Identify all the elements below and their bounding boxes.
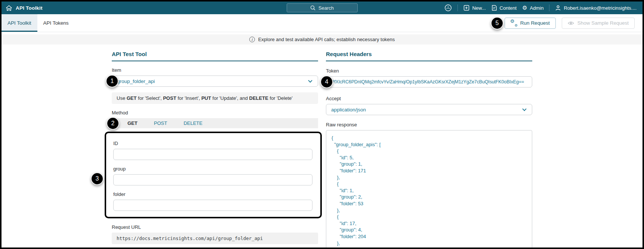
content-menu[interactable]: Content (492, 5, 517, 11)
code-line: "group": 2, (332, 194, 527, 200)
method-post-tab[interactable]: POST (154, 120, 167, 126)
request-headers-panel: Request Headers Token 4 PfXIcRC6PDnIQMq2… (326, 51, 532, 249)
method-tabs: 2 GET POST DELETE (112, 118, 318, 128)
show-sample-request-button[interactable]: Show Sample Request (562, 18, 635, 29)
api-test-tool-panel: API Test Tool Item 1 group_folder_api Us… (112, 51, 318, 249)
panel-heading: API Test Tool (112, 51, 318, 61)
method-label: Method (112, 110, 318, 116)
screen-mode-icon[interactable] (444, 4, 452, 12)
eye-icon (568, 21, 574, 25)
chevron-down-icon (522, 107, 526, 111)
code-line: { (332, 135, 527, 141)
accept-select[interactable]: application/json (326, 104, 532, 115)
callout-4: 4 (320, 76, 333, 88)
new-menu[interactable]: New... (463, 5, 486, 11)
tab-bar: API Toolkit API Tokens 5 ⚙ ⚙ Run Request… (1, 14, 643, 32)
top-navbar: API Toolkit Search New... (1, 1, 643, 14)
app-title: API Toolkit (16, 5, 43, 11)
chevron-down-icon (308, 79, 312, 83)
code-line: "group": 1, (332, 161, 527, 167)
run-request-button[interactable]: ⚙ ⚙ Run Request (505, 18, 556, 29)
home-icon[interactable] (6, 5, 12, 11)
callout-3: 3 (91, 172, 104, 185)
code-line: "id": 17, (332, 220, 527, 227)
request-url-label: Request URL (112, 224, 318, 230)
code-line: { (332, 213, 527, 220)
folder-field-label: folder (113, 191, 312, 197)
method-get-tab[interactable]: GET (127, 120, 138, 126)
gears-icon: ⚙ ⚙ (511, 20, 517, 26)
method-usage-note: Use GET for 'Select', POST for 'Insert',… (112, 92, 318, 104)
method-delete-tab[interactable]: DELETE (184, 120, 203, 126)
code-line: "id": 1, (332, 187, 527, 194)
code-line: "folder": 171 (332, 167, 527, 174)
item-select[interactable]: 1 group_folder_api (112, 76, 318, 87)
show-sample-request-label: Show Sample Request (577, 20, 629, 26)
admin-menu-label: Admin (530, 5, 544, 11)
accept-label: Accept (326, 96, 532, 101)
user-email: Robert.isaenko@metricinsights.... (564, 5, 637, 11)
panel-heading: Request Headers (326, 51, 532, 61)
code-line: "folder": 204 (332, 233, 527, 240)
gear-icon: ⚙ (522, 5, 527, 11)
item-label: Item (112, 67, 318, 73)
content-menu-label: Content (500, 5, 517, 11)
code-line: }, (332, 240, 527, 247)
new-menu-label: New... (472, 5, 486, 11)
group-field-label: group (113, 166, 312, 172)
code-line: { (332, 181, 527, 187)
admin-menu[interactable]: ⚙ Admin (522, 5, 543, 11)
code-line: "group_folder_apis": [ (332, 141, 527, 148)
info-banner: i Explore and test available API calls; … (1, 34, 643, 44)
id-field-label: ID (113, 141, 312, 146)
code-line: "folder": 53 (332, 200, 527, 207)
nav-divider (457, 4, 458, 11)
run-request-label: Run Request (520, 20, 550, 26)
item-value: group_folder_api (117, 79, 155, 84)
token-input[interactable]: 4 PfXIcRC6PDnIQMq2mfcvYv/ZaHmq/Op1yIbSKa… (326, 76, 532, 87)
tab-api-tokens-label: API Tokens (43, 20, 69, 26)
search-placeholder: Search (318, 5, 334, 11)
search-icon (310, 5, 315, 10)
code-line: }, (332, 207, 527, 214)
nav-divider (549, 4, 549, 11)
plus-square-icon (463, 5, 469, 11)
tab-api-tokens[interactable]: API Tokens (37, 14, 75, 32)
folder-field[interactable] (113, 200, 312, 211)
token-label: Token (326, 68, 532, 74)
user-menu[interactable]: Robert.isaenko@metricinsights.... (555, 5, 637, 11)
id-field[interactable] (113, 149, 312, 160)
code-line: "id": 5, (332, 154, 527, 161)
code-line: "group": 4, (332, 227, 527, 233)
search-input[interactable]: Search (287, 3, 358, 12)
group-field[interactable] (113, 174, 312, 185)
raw-response-label: Raw response (326, 122, 532, 127)
main-content: API Test Tool Item 1 group_folder_api Us… (112, 51, 532, 249)
raw-response-output[interactable]: { "group_folder_apis": [ { "id": 5, "gro… (326, 130, 532, 249)
code-line: { (332, 148, 527, 154)
info-icon: i (249, 37, 255, 42)
tab-api-toolkit[interactable]: API Toolkit (1, 14, 37, 32)
callout-2: 2 (107, 117, 119, 130)
document-icon (492, 5, 497, 11)
code-line: { (332, 246, 527, 249)
person-icon (555, 5, 561, 11)
app-window: API Toolkit Search New... (0, 0, 644, 249)
annotation-box: 3 ID group folder (105, 132, 322, 218)
request-url-value: https://docs.metricinsights.com/api/grou… (112, 233, 318, 244)
callout-1: 1 (106, 75, 118, 87)
tab-api-toolkit-label: API Toolkit (7, 20, 31, 26)
callout-5: 5 (491, 17, 503, 30)
accept-value: application/json (331, 107, 366, 113)
token-value: PfXIcRC6PDnIQMq2mfcvYv/ZaHmq/Op1yIbSKaAz… (331, 79, 524, 84)
info-banner-text: Explore and test available API calls; es… (258, 37, 395, 42)
code-line: }, (332, 174, 527, 181)
